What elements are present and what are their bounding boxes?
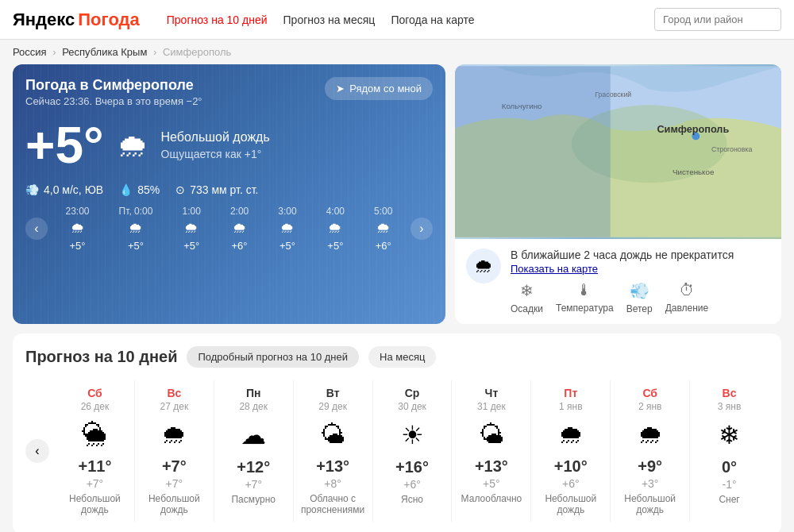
- logo: Яндекс Погода: [13, 10, 140, 30]
- hourly-time: 1:00: [182, 206, 200, 217]
- feels-like: Ощущается как +1°: [161, 148, 270, 160]
- pressure-value: 733 мм рт. ст.: [190, 183, 258, 196]
- map-icon-label: Давление: [665, 303, 709, 314]
- weather-card: Погода в Симферополе Сейчас 23:36. Вчера…: [13, 64, 445, 324]
- forecast-day-icon: ☀: [401, 420, 424, 450]
- breadcrumb-sep2: ›: [153, 46, 160, 58]
- nav-map[interactable]: Погода на карте: [391, 13, 474, 26]
- forecast-temp-low: +7°: [87, 477, 104, 490]
- map-svg: Симферополь Кольчугино Грасовский Строго…: [455, 64, 781, 239]
- map-icon-label: Температура: [556, 303, 614, 314]
- forecast-day-icon: ❄: [719, 420, 740, 450]
- forecast-day-date: 30 дек: [398, 401, 426, 412]
- forecast-temp-low: +7°: [245, 478, 262, 491]
- main-section: Погода в Симферополе Сейчас 23:36. Вчера…: [0, 64, 794, 333]
- svg-rect-8: [455, 66, 611, 237]
- forecast-day-item[interactable]: Сб 26 дек 🌦 +11° +7° Небольшой дождь: [56, 380, 135, 522]
- map-icon-symbol: 🌡: [576, 281, 592, 299]
- hourly-time: 4:00: [326, 206, 345, 217]
- forecast-detail-button[interactable]: Подробный прогноз на 10 дней: [187, 346, 359, 368]
- hourly-icon: 🌧: [280, 220, 295, 237]
- wind-icon: 💨: [25, 183, 39, 196]
- forecast-day-desc: Небольшой дождь: [59, 493, 131, 515]
- navigation-icon: ➤: [336, 83, 345, 94]
- forecast-temp-low: +8°: [324, 477, 341, 490]
- forecast-day-icon: 🌦: [82, 420, 107, 449]
- map-section: Симферополь Кольчугино Грасовский Строго…: [455, 64, 781, 324]
- forecast-day-item[interactable]: Вс 27 дек 🌧 +7° +7° Небольшой дождь: [135, 380, 214, 522]
- map-icon-item[interactable]: 🌡 Температура: [556, 281, 614, 314]
- hourly-temp: +6°: [376, 240, 391, 252]
- hourly-item: 5:00 🌧 +6°: [374, 206, 392, 252]
- hourly-item: 4:00 🌧 +5°: [326, 206, 345, 252]
- forecast-day-name: Ср: [405, 387, 420, 399]
- forecast-temp-low: +7°: [166, 477, 183, 490]
- forecast-header: Прогноз на 10 дней Подробный прогноз на …: [25, 346, 769, 368]
- forecast-day-icon: 🌧: [558, 420, 584, 449]
- forecast-temp-high: +16°: [395, 458, 429, 476]
- forecast-day-item[interactable]: Чт 31 дек 🌤 +13° +5° Малооблачно: [452, 380, 531, 522]
- forecast-day-icon: 🌧: [161, 420, 187, 449]
- forecast-day-date: 2 янв: [638, 401, 662, 412]
- map-background: Симферополь Кольчугино Грасовский Строго…: [455, 64, 781, 239]
- forecast-day-name: Пт: [564, 387, 577, 399]
- hourly-icon: 🌧: [376, 220, 391, 237]
- forecast-day-date: 3 янв: [718, 401, 742, 412]
- forecast-day-name: Сб: [642, 387, 657, 399]
- forecast-day-icon: 🌧: [638, 420, 663, 449]
- forecast-day-icon: 🌤: [320, 420, 345, 449]
- forecast-day-item[interactable]: Вт 29 дек 🌤 +13° +8° Облачно с прояснени…: [294, 380, 373, 522]
- forecast-day-name: Сб: [87, 387, 102, 399]
- breadcrumb-crimea[interactable]: Республика Крым: [62, 46, 147, 58]
- show-on-map-link[interactable]: Показать на карте: [511, 263, 770, 275]
- hourly-section: ‹ 23:00 🌧 +5° Пт, 0:00 🌧 +5° 1:00 🌧 +5° …: [25, 206, 433, 252]
- hourly-icon: 🌧: [71, 220, 85, 237]
- map-container[interactable]: Симферополь Кольчугино Грасовский Строго…: [455, 64, 781, 239]
- forecast-month-button[interactable]: На месяц: [368, 346, 436, 368]
- details-row: 💨 4,0 м/с, ЮВ 💧 85% ⊙ 733 мм рт. ст.: [25, 183, 433, 196]
- search-input[interactable]: [654, 8, 781, 31]
- forecast-prev-button[interactable]: ‹: [25, 439, 49, 463]
- forecast-day-name: Вс: [167, 387, 181, 399]
- forecast-temp-low: +5°: [483, 477, 500, 490]
- map-info: 🌧 В ближайшие 2 часа дождь не прекратитс…: [455, 239, 781, 324]
- hourly-next-button[interactable]: ›: [410, 218, 433, 240]
- nav-month[interactable]: Прогноз на месяц: [283, 13, 376, 26]
- map-filter-icons: ❄ Осадки 🌡 Температура 💨 Ветер ⏱ Давлени…: [511, 281, 770, 314]
- hourly-temp: +5°: [327, 240, 343, 252]
- forecast-day-item[interactable]: Вс 3 янв ❄ 0° -1° Снег: [690, 380, 769, 522]
- map-icon-item[interactable]: ❄ Осадки: [511, 281, 543, 314]
- wind-value: 4,0 м/с, ЮВ: [44, 183, 103, 196]
- forecast-day-desc: Облачно с прояснениями: [297, 493, 369, 515]
- map-icon-item[interactable]: 💨 Ветер: [626, 281, 653, 314]
- city-subtitle: Сейчас 23:36. Вчера в это время −2°: [25, 95, 202, 107]
- svg-text:Строгоновка: Строгоновка: [711, 145, 753, 153]
- condition-text: Небольшой дождь: [161, 130, 270, 145]
- forecast-day-item[interactable]: Ср 30 дек ☀ +16° +6° Ясно: [373, 380, 453, 522]
- forecast-temp-high: +13°: [316, 457, 349, 476]
- map-icon-item[interactable]: ⏱ Давление: [665, 281, 709, 314]
- forecast-day-item[interactable]: Сб 2 янв 🌧 +9° +3° Небольшой дождь: [611, 380, 690, 522]
- forecast-day-desc: Ясно: [401, 494, 423, 505]
- hourly-icon: 🌧: [184, 220, 198, 237]
- breadcrumb-current: Симферополь: [163, 46, 231, 58]
- forecast-temp-high: +10°: [554, 457, 588, 476]
- forecast-day-desc: Пасмурно: [231, 494, 276, 505]
- hourly-prev-button[interactable]: ‹: [25, 218, 48, 240]
- logo-yandex-text: Яндекс: [13, 10, 75, 30]
- forecast-day-item[interactable]: Пт 1 янв 🌧 +10° +6° Небольшой дождь: [531, 380, 611, 522]
- hourly-temp: +5°: [279, 240, 295, 252]
- forecast-temp-low: +3°: [642, 477, 659, 490]
- forecast-temp-low: +6°: [562, 477, 580, 490]
- forecast-day-date: 28 дек: [239, 401, 268, 412]
- breadcrumb-russia[interactable]: Россия: [13, 46, 47, 58]
- svg-text:Чистенькое: Чистенькое: [673, 168, 714, 176]
- forecast-day-desc: Снег: [719, 494, 739, 505]
- near-me-button[interactable]: ➤ Рядом со мной: [325, 77, 433, 100]
- nav-10days[interactable]: Прогноз на 10 дней: [167, 13, 268, 26]
- forecast-temp-high: +12°: [237, 458, 270, 476]
- forecast-day-name: Вс: [723, 387, 737, 399]
- forecast-day-item[interactable]: Пн 28 дек ☁ +12° +7° Пасмурно: [214, 380, 294, 522]
- hourly-item: 3:00 🌧 +5°: [278, 206, 296, 252]
- temperature-row: +5° 🌧 Небольшой дождь Ощущается как +1°: [25, 120, 433, 171]
